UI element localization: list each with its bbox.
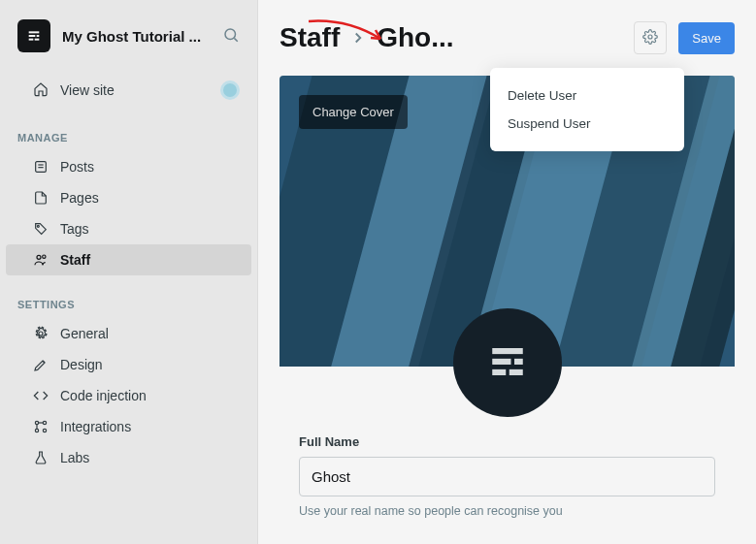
svg-rect-24 <box>492 368 506 374</box>
breadcrumb-current: Gho... <box>377 22 453 53</box>
header-actions: Save Delete User Suspend User <box>634 21 735 54</box>
svg-rect-4 <box>35 39 40 41</box>
change-cover-button[interactable]: Change Cover <box>299 95 408 129</box>
nav-label: Pages <box>60 190 99 206</box>
breadcrumb: Staff Gho... <box>279 22 454 53</box>
settings-gear-button[interactable] <box>634 21 667 54</box>
section-label-manage: MANAGE <box>0 109 257 151</box>
section-label-settings: SETTINGS <box>0 275 257 318</box>
avatar[interactable] <box>453 308 562 417</box>
sidebar-item-integrations[interactable]: Integrations <box>6 411 251 442</box>
tags-icon <box>33 221 49 237</box>
sidebar: My Ghost Tutorial ... View site MANAGE P… <box>0 0 258 544</box>
nav-manage: Posts Pages Tags Staff <box>0 151 257 275</box>
main-header: Staff Gho... Save Delete User Suspend Us… <box>279 21 735 54</box>
nav-label: Integrations <box>60 419 131 434</box>
status-indicator <box>220 80 240 100</box>
user-actions-dropdown: Delete User Suspend User <box>490 68 684 151</box>
home-icon <box>33 81 49 100</box>
code-icon <box>33 388 49 403</box>
svg-point-13 <box>39 332 43 336</box>
svg-rect-0 <box>29 31 40 33</box>
svg-point-15 <box>43 421 46 424</box>
sidebar-header: My Ghost Tutorial ... <box>0 19 257 72</box>
sidebar-item-posts[interactable]: Posts <box>6 151 251 182</box>
svg-rect-22 <box>492 358 510 364</box>
design-icon <box>33 357 49 372</box>
svg-point-14 <box>35 421 38 424</box>
nav-label: Code injection <box>60 388 147 403</box>
staff-icon <box>33 252 49 268</box>
search-icon[interactable] <box>222 26 240 47</box>
pages-icon <box>33 190 49 206</box>
svg-rect-1 <box>29 35 36 37</box>
breadcrumb-root[interactable]: Staff <box>279 22 340 53</box>
svg-point-16 <box>35 429 38 432</box>
nav-label: General <box>60 326 109 341</box>
labs-icon <box>33 450 49 465</box>
nav-label: Tags <box>60 221 89 237</box>
fullname-label: Full Name <box>299 434 715 449</box>
sidebar-item-tags[interactable]: Tags <box>6 213 251 244</box>
brand-icon[interactable] <box>17 19 50 52</box>
svg-rect-25 <box>509 368 522 374</box>
dropdown-delete-user[interactable]: Delete User <box>490 81 684 110</box>
gear-icon <box>642 29 658 48</box>
svg-point-10 <box>37 225 39 227</box>
svg-rect-3 <box>29 39 34 41</box>
sidebar-item-code-injection[interactable]: Code injection <box>6 380 251 411</box>
svg-rect-2 <box>37 35 40 37</box>
ghost-logo-icon <box>487 341 528 385</box>
integrations-icon <box>33 419 49 434</box>
fullname-hint: Use your real name so people can recogni… <box>299 504 715 518</box>
sidebar-item-design[interactable]: Design <box>6 349 251 380</box>
svg-line-6 <box>234 38 237 41</box>
svg-rect-23 <box>514 358 523 364</box>
sidebar-item-labs[interactable]: Labs <box>6 442 251 473</box>
svg-point-17 <box>43 429 46 432</box>
svg-point-11 <box>37 255 41 259</box>
svg-rect-7 <box>36 162 47 173</box>
sidebar-item-general[interactable]: General <box>6 318 251 349</box>
svg-point-20 <box>648 35 652 39</box>
nav-label: Design <box>60 357 103 372</box>
svg-point-5 <box>225 29 236 40</box>
nav-label: Posts <box>60 159 94 175</box>
sidebar-view-site[interactable]: View site <box>0 72 257 109</box>
svg-rect-21 <box>492 348 523 354</box>
nav-settings: General Design Code injection Integratio… <box>0 318 257 473</box>
fullname-input[interactable] <box>299 457 715 496</box>
nav-label: Labs <box>60 450 89 465</box>
view-site-label: View site <box>60 82 115 98</box>
svg-point-12 <box>43 255 46 258</box>
sidebar-item-staff[interactable]: Staff <box>6 244 251 275</box>
nav-label: Staff <box>60 252 90 268</box>
posts-icon <box>33 159 49 175</box>
dropdown-suspend-user[interactable]: Suspend User <box>490 110 684 138</box>
site-title[interactable]: My Ghost Tutorial ... <box>62 28 211 45</box>
save-button[interactable]: Save <box>678 22 735 54</box>
sidebar-item-pages[interactable]: Pages <box>6 182 251 213</box>
main-content: Staff Gho... Save Delete User Suspend Us… <box>258 0 756 544</box>
general-icon <box>33 326 49 341</box>
chevron-right-icon <box>349 22 367 53</box>
